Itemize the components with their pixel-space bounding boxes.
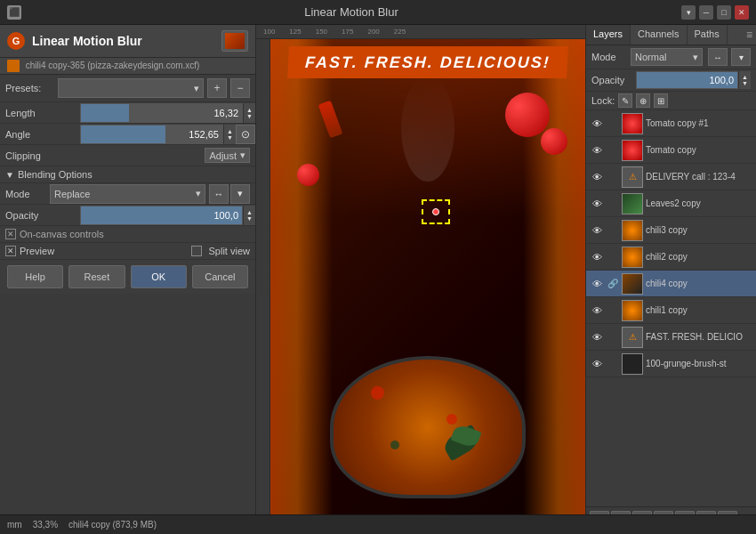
eye-visibility-icon[interactable]: 👁 — [590, 303, 604, 318]
mode-row: Mode Replace ▾ ↔ ▾ — [0, 183, 255, 205]
ruler-vertical — [256, 39, 270, 534]
mode-dropdown[interactable]: Replace ▾ — [50, 184, 205, 204]
title-bar: ⬛ Linear Motion Blur ▾ ─ □ ✕ — [0, 0, 756, 25]
layer-item[interactable]: 👁 Leaves2 copy — [586, 190, 756, 217]
link-icon[interactable]: 🔗 — [607, 278, 619, 290]
layer-name: chili4 copy — [646, 279, 752, 288]
layer-item[interactable]: 👁 🔗 chili4 copy — [586, 271, 756, 297]
layer-item[interactable]: 👁 Tomato copy — [586, 137, 756, 164]
layer-thumbnail — [622, 273, 643, 295]
opacity-slider[interactable]: 100,0 — [80, 206, 243, 225]
blending-section-header[interactable]: ▼ Blending Options — [0, 166, 255, 183]
close-btn[interactable]: ✕ — [735, 5, 749, 20]
presets-delete-btn[interactable]: − — [230, 78, 250, 98]
eye-visibility-icon[interactable]: 👁 — [590, 223, 604, 238]
help-button[interactable]: Help — [7, 265, 63, 288]
ok-button[interactable]: OK — [131, 265, 187, 288]
layer-item[interactable]: 👁 chili1 copy — [586, 297, 756, 324]
preview-row: ✕ Preview Split view — [0, 243, 255, 260]
layer-name: DELIVERY call : 123-4 — [646, 172, 752, 182]
layers-mode-label: Mode — [591, 52, 627, 62]
selection-marquee — [422, 199, 450, 224]
angle-label: Angle — [0, 129, 80, 140]
blend-icon1[interactable]: ↔ — [209, 184, 229, 204]
canvas-controls-toggle[interactable]: ✕ — [5, 229, 16, 239]
layers-opacity-label: Opacity — [591, 75, 636, 85]
ruler-horizontal: 100 125 150 175 200 225 — [256, 25, 585, 39]
layer-thumbnail — [622, 193, 643, 214]
chevron-btn[interactable]: ▾ — [681, 5, 696, 20]
layers-mode-icon2[interactable]: ▾ — [731, 48, 751, 66]
app-icon: ⬛ — [7, 5, 21, 20]
lock-row: Lock: ✎ ⊕ ⊞ — [586, 92, 756, 110]
layer-thumbnail — [622, 247, 643, 268]
pizza-image: FAST. FRESH. DELICIOUS! — [270, 39, 585, 534]
eye-visibility-icon[interactable]: 👁 — [590, 197, 604, 211]
layer-item[interactable]: 👁 100-grunge-brush-st — [586, 351, 756, 377]
layer-name: chili3 copy — [646, 225, 752, 235]
lock-label: Lock: — [591, 95, 615, 106]
layer-item[interactable]: 👁 ⚠ DELIVERY call : 123-4 — [586, 164, 756, 190]
layer-item[interactable]: 👁 ⚠ FAST. FRESH. DELICIO — [586, 324, 756, 351]
length-value: 16,32 — [210, 108, 242, 118]
layers-mode-icon1[interactable]: ↔ — [708, 48, 728, 66]
gimp-logo: G — [7, 32, 25, 50]
file-thumb — [221, 30, 248, 52]
selection-center — [432, 208, 439, 215]
layer-name: FAST. FRESH. DELICIO — [646, 332, 752, 342]
eye-visibility-icon[interactable]: 👁 — [590, 277, 604, 291]
layer-thumbnail: ⚠ — [622, 327, 643, 348]
eye-visibility-icon[interactable]: 👁 — [590, 143, 604, 158]
unit-display: mm — [7, 520, 22, 530]
lock-position-btn[interactable]: ⊕ — [636, 93, 650, 108]
angle-slider[interactable]: 152,65 — [80, 125, 223, 144]
layer-item[interactable]: 👁 Tomato copy #1 — [586, 110, 756, 137]
presets-label: Presets: — [5, 83, 54, 93]
lock-pixels-btn[interactable]: ✎ — [618, 93, 632, 108]
blend-icon2[interactable]: ▾ — [230, 184, 250, 204]
smoke-effect — [401, 75, 454, 182]
tab-channels[interactable]: Channels — [631, 25, 687, 44]
layer-name: Tomato copy — [646, 145, 752, 155]
eye-visibility-icon[interactable]: 👁 — [590, 330, 604, 344]
image-canvas[interactable]: FAST. FRESH. DELICIOUS! — [270, 39, 585, 534]
lock-all-btn[interactable]: ⊞ — [654, 93, 668, 108]
window-controls: ▾ ─ □ ✕ — [681, 5, 749, 20]
layers-tabs: Layers Channels Paths ≡ — [586, 25, 756, 45]
layers-opacity-slider[interactable]: 100,0 — [636, 71, 738, 89]
clipping-row: Clipping Adjust ▾ — [0, 145, 255, 166]
minimize-btn[interactable]: ─ — [699, 5, 713, 20]
promo-text: FAST. FRESH. DELICIOUS! — [305, 53, 551, 72]
layer-thumbnail — [622, 300, 643, 321]
layer-item[interactable]: 👁 chili3 copy — [586, 217, 756, 244]
angle-spin[interactable]: ▲ ▼ — [223, 125, 236, 144]
eye-visibility-icon[interactable]: 👁 — [590, 170, 604, 184]
angle-compass[interactable]: ⊙ — [236, 125, 255, 144]
canvas-controls-label: On-canvas controls — [20, 229, 104, 239]
eye-visibility-icon[interactable]: 👁 — [590, 357, 604, 371]
main-layout: G Linear Motion Blur chili4 copy-365 (pi… — [0, 25, 756, 534]
tab-paths[interactable]: Paths — [688, 25, 728, 44]
length-spin[interactable]: ▲ ▼ — [243, 103, 255, 123]
cancel-button[interactable]: Cancel — [192, 265, 248, 288]
eye-visibility-icon[interactable]: 👁 — [590, 117, 604, 131]
layers-panel: Layers Channels Paths ≡ Mode Normal▾ ↔ ▾… — [585, 25, 756, 534]
layers-menu-btn[interactable]: ≡ — [743, 25, 756, 44]
layers-opacity-spin[interactable]: ▲ ▼ — [738, 71, 751, 89]
canvas-controls-row: ✕ On-canvas controls — [0, 226, 255, 243]
layer-item[interactable]: 👁 chili2 copy — [586, 244, 756, 271]
layer-thumbnail: ⚠ — [622, 166, 643, 188]
layers-mode-dropdown[interactable]: Normal▾ — [631, 48, 703, 66]
split-view-checkbox[interactable] — [191, 246, 202, 256]
eye-visibility-icon[interactable]: 👁 — [590, 250, 604, 264]
reset-button[interactable]: Reset — [68, 265, 125, 288]
presets-add-btn[interactable]: + — [207, 78, 227, 98]
opacity-spin[interactable]: ▲ ▼ — [243, 206, 255, 225]
length-slider[interactable]: 16,32 — [80, 103, 243, 123]
preview-toggle[interactable]: ✕ — [5, 246, 16, 256]
maximize-btn[interactable]: □ — [717, 5, 731, 20]
clipping-dropdown[interactable]: Adjust ▾ — [205, 148, 250, 163]
tab-layers[interactable]: Layers — [586, 25, 631, 44]
presets-dropdown[interactable]: ▾ — [58, 78, 204, 98]
angle-value: 152,65 — [185, 129, 222, 140]
